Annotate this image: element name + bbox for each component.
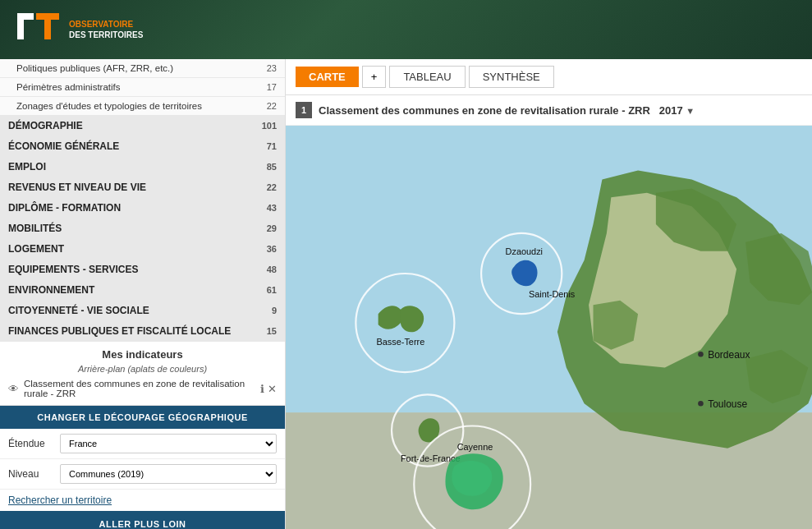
map-title-year: 2017: [659, 104, 683, 117]
sidebar-item-label: CITOYENNETÉ - VIE SOCIALE: [8, 305, 149, 316]
etendue-label: Étendue: [8, 438, 53, 449]
sidebar-item-label: EQUIPEMENTS - SERVICES: [8, 264, 138, 275]
sidebar-item-revenus[interactable]: REVENUS ET NIVEAU DE VIE 22: [0, 177, 285, 198]
logo-text: OBSERVATOIRE DES TERRITOIRES: [69, 19, 143, 40]
sidebar-item-count: 29: [256, 223, 277, 233]
sidebar-item-count: 61: [256, 285, 277, 295]
sidebar-item-label: REVENUS ET NIVEAU DE VIE: [8, 182, 146, 193]
niveau-select[interactable]: Communes (2019): [60, 464, 277, 484]
changer-decoupage-button[interactable]: CHANGER LE DÉCOUPAGE GÉOGRAPHIQUE: [0, 406, 285, 429]
sidebar-item-diplome[interactable]: DIPLÔME - FORMATION 43: [0, 198, 285, 218]
dzaoudzi-label: Dzaoudzi: [506, 246, 543, 256]
aller-plus-loin-button[interactable]: ALLER PLUS LOIN: [0, 511, 285, 529]
sidebar-item-label: DÉMOGRAPHIE: [8, 120, 83, 131]
sidebar-item-count: 23: [256, 63, 277, 73]
indicateur-row: 👁 Classement des communes en zone de rev…: [8, 379, 277, 398]
basse-terre-label: Basse-Terre: [376, 337, 424, 347]
mes-indicateurs-section: Mes indicateurs Arrière-plan (aplats de …: [0, 342, 285, 406]
sidebar-item-label: LOGEMENT: [8, 243, 64, 255]
etendue-select[interactable]: France: [60, 434, 277, 453]
sidebar-item-finances[interactable]: FINANCES PUBLIQUES ET FISCALITÉ LOCALE 1…: [0, 321, 285, 342]
niveau-label: Niveau: [8, 468, 53, 480]
niveau-row: Niveau Communes (2019): [0, 459, 285, 490]
logo: OBSERVATOIRE DES TERRITOIRES: [13, 9, 143, 50]
info-icon[interactable]: ℹ: [260, 383, 264, 395]
tab-synthese[interactable]: SYNTHÈSE: [469, 66, 554, 88]
sidebar-item-count: 36: [256, 244, 277, 254]
map-title-bar: 1 Classement des communes en zone de rev…: [286, 95, 812, 126]
eye-icon[interactable]: 👁: [8, 383, 19, 395]
indicateur-actions: ℹ ✕: [260, 383, 277, 395]
sidebar-item-count: 15: [256, 326, 277, 336]
sidebar-item-logement[interactable]: LOGEMENT 36: [0, 239, 285, 260]
sidebar-item-label: Périmètres administratifs: [16, 82, 121, 92]
map-title-text: Classement des communes en zone de revit…: [319, 104, 695, 117]
sidebar-item-count: 48: [256, 264, 277, 274]
sidebar-item-count: 22: [256, 182, 277, 192]
svg-point-6: [698, 352, 704, 357]
sidebar-item-perimetres[interactable]: Périmètres administratifs 17: [0, 78, 285, 97]
etendue-row: Étendue France: [0, 429, 285, 459]
sidebar-item-mobilites[interactable]: MOBILITÉS 29: [0, 218, 285, 239]
saint-denis-label: Saint-Denis: [529, 289, 576, 299]
mes-indicateurs-title: Mes indicateurs: [8, 348, 277, 361]
sidebar-item-equipements[interactable]: EQUIPEMENTS - SERVICES 48: [0, 260, 285, 280]
sidebar-item-count: 17: [256, 82, 277, 92]
sidebar-item-label: FINANCES PUBLIQUES ET FISCALITÉ LOCALE: [8, 325, 231, 337]
bordeaux-label: Bordeaux: [708, 349, 750, 361]
sidebar-item-zonages[interactable]: Zonages d'études et typologies de territ…: [0, 97, 285, 116]
map-area: CARTE + TABLEAU SYNTHÈSE 1 Classement de…: [286, 59, 812, 529]
tab-plus[interactable]: +: [362, 66, 387, 88]
sidebar-item-count: 9: [256, 306, 277, 315]
sidebar-item-citoyennete[interactable]: CITOYENNETÉ - VIE SOCIALE 9: [0, 301, 285, 321]
sidebar-item-label: ÉCONOMIE GÉNÉRALE: [8, 140, 119, 152]
arriere-plan-label: Arrière-plan (aplats de couleurs): [8, 364, 277, 374]
sidebar-item-count: 85: [256, 162, 277, 172]
tab-carte[interactable]: CARTE: [296, 67, 359, 87]
sidebar-item-demographie[interactable]: DÉMOGRAPHIE 101: [0, 116, 285, 136]
sidebar-item-label: Zonages d'études et typologies de territ…: [16, 101, 202, 111]
tab-tableau[interactable]: TABLEAU: [389, 66, 465, 88]
sidebar-item-label: DIPLÔME - FORMATION: [8, 202, 121, 214]
logo-icon: [13, 9, 62, 50]
sidebar-item-count: 71: [256, 141, 277, 151]
sidebar-item-label: MOBILITÉS: [8, 223, 62, 234]
sidebar-item-label: ENVIRONNEMENT: [8, 284, 94, 296]
close-icon[interactable]: ✕: [268, 383, 277, 395]
sidebar-item-label: EMPLOI: [8, 161, 46, 172]
sidebar-item-count: 22: [256, 101, 277, 111]
map-container[interactable]: Bordeaux Toulouse Basse-Terre Fort-de-Fr…: [286, 126, 812, 529]
sidebar-item-politiques[interactable]: Politiques publiques (AFR, ZRR, etc.) 23: [0, 59, 285, 78]
sidebar-item-economie[interactable]: ÉCONOMIE GÉNÉRALE 71: [0, 136, 285, 157]
map-svg: Bordeaux Toulouse Basse-Terre Fort-de-Fr…: [286, 126, 812, 529]
svg-point-7: [698, 401, 704, 407]
toulouse-label: Toulouse: [708, 398, 747, 410]
logo-des-territoires: DES TERRITOIRES: [69, 30, 143, 40]
rechercher-link[interactable]: Rechercher un territoire: [0, 490, 285, 511]
map-tabs: CARTE + TABLEAU SYNTHÈSE: [286, 59, 812, 95]
logo-observatoire: OBSERVATOIRE: [69, 20, 133, 29]
indicateur-text: Classement des communes en zone de revit…: [24, 379, 255, 398]
header: OBSERVATOIRE DES TERRITOIRES: [0, 0, 812, 59]
sidebar-item-label: Politiques publiques (AFR, ZRR, etc.): [16, 63, 173, 73]
sidebar-item-count: 101: [256, 121, 277, 131]
sidebar-item-emploi[interactable]: EMPLOI 85: [0, 157, 285, 177]
svg-rect-1: [44, 13, 51, 39]
cayenne-label: Cayenne: [457, 442, 493, 452]
map-number: 1: [296, 102, 312, 118]
sidebar: Politiques publiques (AFR, ZRR, etc.) 23…: [0, 59, 286, 529]
map-year-dropdown[interactable]: ▼: [686, 106, 695, 116]
sidebar-item-environnement[interactable]: ENVIRONNEMENT 61: [0, 280, 285, 301]
main-layout: Politiques publiques (AFR, ZRR, etc.) 23…: [0, 59, 812, 529]
svg-rect-3: [17, 13, 24, 39]
sidebar-item-count: 43: [256, 203, 277, 213]
